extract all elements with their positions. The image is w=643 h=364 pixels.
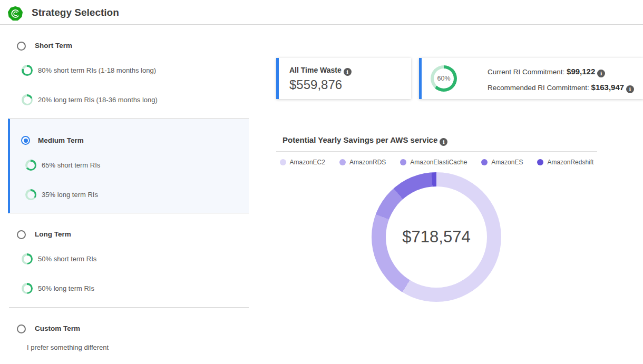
short-term-radio[interactable] bbox=[17, 42, 26, 51]
legend-dot-amazonredshift bbox=[537, 159, 543, 165]
info-icon[interactable]: i bbox=[626, 85, 634, 93]
custom-term-label[interactable]: Custom Term bbox=[35, 324, 80, 332]
potential-savings-chart: Potential Yearly Savings per AWS service… bbox=[276, 132, 597, 311]
long-term-label[interactable]: Long Term bbox=[35, 230, 71, 238]
all-time-waste-card: All Time Waste i $559,876 bbox=[276, 58, 411, 99]
all-time-waste-title: All Time Waste i bbox=[289, 66, 352, 76]
medium-term-option2-label: 35% long term RIs bbox=[42, 191, 98, 199]
legend-dot-amazones bbox=[481, 159, 488, 165]
custom-term-radio[interactable] bbox=[17, 324, 26, 333]
medium-term-label[interactable]: Medium Term bbox=[38, 136, 84, 144]
chart-title: Potential Yearly Savings per AWS service… bbox=[282, 135, 447, 146]
legend-item-amazonredshift[interactable]: AmazonRedshift bbox=[537, 159, 593, 166]
long-term-option1-label: 50% short term RIs bbox=[38, 255, 96, 263]
strategy-selection-page: Strategy Selection Short Term 80% short … bbox=[0, 0, 643, 364]
legend-label-amazonredshift: AmazonRedshift bbox=[547, 159, 593, 166]
legend-label-amazonelasticache: AmazonElastiCache bbox=[410, 159, 467, 166]
short-term-option1-label: 80% short term RIs (1-18 months long) bbox=[38, 66, 156, 74]
legend-item-amazonelasticache[interactable]: AmazonElastiCache bbox=[400, 159, 467, 166]
chart-legend: AmazonEC2 AmazonRDS AmazonElastiCache Am… bbox=[276, 159, 597, 166]
page-title: Strategy Selection bbox=[32, 7, 119, 18]
legend-label-amazones: AmazonES bbox=[491, 159, 523, 166]
legend-dot-amazonec2 bbox=[280, 159, 286, 165]
long-term-option2-ring bbox=[22, 283, 33, 294]
strategy-section-medium-term-selected: Medium Term 65% short term RIs 35% long … bbox=[8, 119, 249, 213]
medium-term-option1-label: 65% short term RIs bbox=[42, 161, 100, 169]
legend-item-amazonrds[interactable]: AmazonRDS bbox=[339, 159, 386, 166]
medium-term-option2-ring bbox=[25, 189, 36, 200]
chart-title-divider bbox=[276, 151, 597, 152]
legend-label-amazonec2: AmazonEC2 bbox=[290, 159, 325, 166]
ri-commitment-card: 60% Current RI Commitment: $99,122 i Rec… bbox=[419, 58, 643, 99]
medium-term-radio[interactable] bbox=[21, 136, 30, 145]
cloudability-logo-icon bbox=[8, 6, 23, 21]
current-ri-commitment-line: Current RI Commitment: $99,122 i bbox=[488, 67, 605, 77]
custom-term-description: I prefer something different bbox=[27, 343, 109, 351]
legend-item-amazones[interactable]: AmazonES bbox=[481, 159, 523, 166]
long-term-option1-ring bbox=[22, 253, 33, 264]
short-term-label[interactable]: Short Term bbox=[35, 42, 72, 50]
legend-label-amazonrds: AmazonRDS bbox=[349, 159, 386, 166]
info-icon[interactable]: i bbox=[597, 70, 605, 77]
all-time-waste-value: $559,876 bbox=[289, 77, 342, 92]
info-icon[interactable]: i bbox=[344, 68, 352, 76]
page-header: Strategy Selection bbox=[0, 0, 643, 25]
medium-term-option1-ring bbox=[25, 160, 36, 171]
commitment-gauge: 60% bbox=[431, 65, 457, 92]
legend-dot-amazonelasticache bbox=[400, 159, 406, 165]
current-ri-commitment-label: Current RI Commitment: bbox=[488, 68, 564, 76]
savings-total-value: $718,574 bbox=[372, 172, 501, 302]
all-time-waste-label: All Time Waste bbox=[289, 66, 342, 74]
long-term-option2-label: 50% long term RIs bbox=[38, 284, 94, 292]
legend-item-amazonec2[interactable]: AmazonEC2 bbox=[280, 159, 325, 166]
long-term-radio[interactable] bbox=[17, 230, 26, 239]
short-term-option1-ring bbox=[22, 65, 33, 76]
short-term-option2-label: 20% long term RIs (18-36 months long) bbox=[38, 96, 158, 104]
legend-dot-amazonrds bbox=[339, 159, 346, 165]
commitment-gauge-label: 60% bbox=[431, 65, 457, 92]
section-divider bbox=[9, 307, 249, 308]
recommended-ri-commitment-label: Recommended RI Commitment: bbox=[488, 84, 589, 92]
current-ri-commitment-value: $99,122 bbox=[567, 67, 595, 76]
short-term-option2-ring bbox=[22, 94, 33, 105]
recommended-ri-commitment-value: $163,947 bbox=[591, 83, 625, 92]
info-icon[interactable]: i bbox=[440, 138, 447, 146]
chart-title-text: Potential Yearly Savings per AWS service bbox=[282, 135, 437, 144]
recommended-ri-commitment-line: Recommended RI Commitment: $163,947 i bbox=[488, 83, 634, 93]
